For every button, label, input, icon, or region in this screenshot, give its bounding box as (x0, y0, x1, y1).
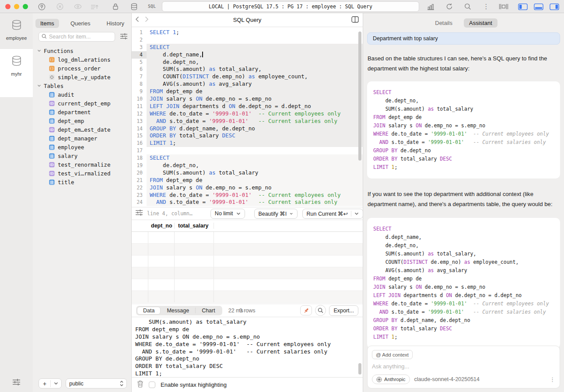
column-header-dept_no[interactable]: dept_no (148, 223, 175, 229)
results-grid[interactable]: dept_nototal_salary (132, 220, 363, 304)
sidebar-item-process_order[interactable]: ()process_order (37, 64, 129, 73)
editor-line[interactable]: 2 (132, 36, 363, 44)
more-icon[interactable]: ⋮ (550, 376, 555, 383)
filter-sliders-icon[interactable] (120, 33, 128, 42)
split-view-icon[interactable] (351, 16, 359, 24)
editor-line[interactable]: 16LIMIT 1; (132, 140, 363, 147)
refresh-icon[interactable] (445, 2, 454, 11)
search-input[interactable]: Search for item... (39, 32, 115, 42)
sidebar-item-dept_emp[interactable]: dept_emp (37, 116, 129, 125)
table-row[interactable] (132, 291, 363, 303)
limit-dropdown[interactable]: No limit (210, 209, 245, 219)
plus-icon[interactable]: + (39, 380, 51, 387)
back-chevron-icon[interactable] (135, 16, 139, 24)
editor-line[interactable]: 7 COUNT(DISTINCT de.emp_no) as employee_… (132, 73, 363, 80)
column-header-total_salary[interactable]: total_salary (175, 223, 214, 229)
pin-results-button[interactable] (300, 305, 312, 315)
editor-line[interactable]: 3SELECT (132, 44, 363, 51)
editor-line[interactable]: 24 AND s.to_date = '9999-01-01' -- Curre… (132, 199, 363, 206)
add-context-chip[interactable]: @ Add context (372, 350, 413, 359)
tab-items[interactable]: Items (35, 19, 59, 28)
editor-line[interactable]: 15ORDER BY total_salary DESC (132, 132, 363, 140)
chevron-down-icon[interactable] (51, 382, 61, 385)
sidebar-item-audit[interactable]: audit (37, 90, 129, 99)
editor-line[interactable]: 13 AND s.to_date = '9999-01-01' -- Curre… (132, 118, 363, 125)
panel-bottom-toggle[interactable] (534, 2, 543, 11)
syntax-highlighting-checkbox[interactable] (149, 382, 155, 388)
table-row[interactable] (132, 279, 363, 291)
sidebar-item-log_dmlerations[interactable]: ()log_dml…erations (37, 55, 129, 64)
close-circle-icon[interactable] (55, 2, 65, 11)
search-icon[interactable] (463, 2, 473, 11)
tab-queries[interactable]: Queries (66, 19, 95, 28)
trash-icon[interactable] (137, 380, 144, 389)
sidebar-item-test_renormalize[interactable]: test_renormalize (37, 160, 129, 169)
minimize-window-button[interactable] (14, 4, 19, 9)
chevron-down-icon[interactable] (37, 84, 41, 87)
sidebar-item-department[interactable]: department (37, 108, 129, 116)
table-row[interactable] (132, 244, 363, 256)
export-list-icon[interactable] (90, 2, 99, 11)
sql-editor[interactable]: 1SELECT 1;23SELECT4 d.dept_name,5 de.dep… (132, 27, 363, 207)
tab-assistant[interactable]: Assistant (464, 18, 497, 28)
sidebar-item-test_virmalized[interactable]: test_vi…rmalized (37, 169, 129, 178)
editor-line[interactable]: 9FROM dept_emp de (132, 88, 363, 95)
editor-line[interactable]: 12WHERE de.to_date = '9999-01-01' -- Cur… (132, 110, 363, 118)
editor-line[interactable]: 6 SUM(s.amount) as total_salary, (132, 66, 363, 73)
editor-line[interactable]: 4 d.dept_name, (132, 51, 363, 59)
chevron-down-icon[interactable] (37, 49, 41, 52)
connection-title[interactable]: LOCAL | PostgreSQL 17.5 : PG 17 : employ… (162, 1, 419, 12)
editor-line[interactable]: 18SELECT (132, 154, 363, 162)
run-current-button[interactable]: Run Current ⌘↩ (302, 209, 364, 219)
sidebar-item-salary[interactable]: salary (37, 151, 129, 160)
beautify-button[interactable]: Beautify ⌘I (254, 209, 298, 219)
editor-line[interactable]: 5 de.dept_no, (132, 59, 363, 66)
search-results-button[interactable] (315, 305, 326, 316)
editor-line[interactable]: 23WHERE de.to_date = '9999-01-01' -- Cur… (132, 192, 363, 199)
sidebar-item-current_dept_emp[interactable]: current_dept_emp (37, 99, 129, 108)
tab-chart[interactable]: Chart (196, 307, 221, 315)
ask-input-placeholder[interactable]: Ask anything... (372, 363, 555, 370)
export-button[interactable]: Export... (329, 305, 358, 316)
close-window-button[interactable] (5, 4, 11, 9)
tab-history[interactable]: History (102, 19, 129, 28)
connection-myhr[interactable]: myhr (0, 49, 33, 97)
table-row[interactable] (132, 267, 363, 279)
editor-line[interactable]: 19 de.dept_no, (132, 162, 363, 169)
center-layout-icon[interactable] (499, 2, 508, 11)
panel-right-toggle[interactable] (550, 2, 559, 11)
editor-line[interactable]: 1SELECT 1; (132, 29, 363, 36)
assistant-composer[interactable]: @ Add context Ask anything... Anthropic … (367, 346, 560, 388)
sidebar-item-simple_y_update[interactable]: simple_…y_update (37, 73, 129, 81)
tree-section-functions[interactable]: Functions (37, 46, 129, 55)
forward-chevron-icon[interactable] (145, 16, 149, 24)
tab-data[interactable]: Data (137, 307, 161, 315)
schema-select[interactable]: public (66, 378, 127, 388)
editor-line[interactable]: 14GROUP BY d.dept_name, de.dept_no (132, 125, 363, 133)
editor-scrollbar[interactable] (358, 32, 361, 161)
editor-line[interactable]: 21FROM dept_emp de (132, 177, 363, 184)
log-scrollbar[interactable] (358, 363, 361, 374)
message-log[interactable]: SUM(s.amount) as total_salaryFROM dept_e… (132, 317, 363, 377)
tree-section-tables[interactable]: Tables (37, 81, 129, 90)
provider-chip[interactable]: Anthropic (372, 374, 410, 384)
zoom-window-button[interactable] (23, 4, 28, 9)
database-icon[interactable] (129, 2, 139, 11)
editor-line[interactable]: 11LEFT JOIN departments d ON de.dept_no … (132, 103, 363, 110)
tab-details[interactable]: Details (430, 18, 458, 28)
table-row[interactable] (132, 232, 363, 244)
editor-line[interactable]: 20 SUM(s.amount) as total_salary (132, 169, 363, 177)
chart-icon[interactable] (426, 2, 435, 11)
eye-icon[interactable] (73, 2, 83, 11)
editor-line[interactable]: 10JOIN salary s ON de.emp_no = s.emp_no (132, 95, 363, 103)
sidebar-item-title[interactable]: title (37, 178, 129, 186)
filter-sliders-icon[interactable] (12, 378, 21, 388)
editor-line[interactable]: 22JOIN salary s ON de.emp_no = s.emp_no (132, 184, 363, 192)
editor-line[interactable]: 8 AVG(s.amount) as avg_salary (132, 80, 363, 88)
connection-employee[interactable]: employee (0, 13, 33, 41)
add-item-button[interactable]: + (39, 378, 62, 388)
editor-tab-title[interactable]: SQL Query (233, 17, 262, 23)
panel-left-toggle[interactable] (518, 2, 528, 11)
table-row[interactable] (132, 256, 363, 267)
sidebar-item-employee[interactable]: employee (37, 143, 129, 151)
